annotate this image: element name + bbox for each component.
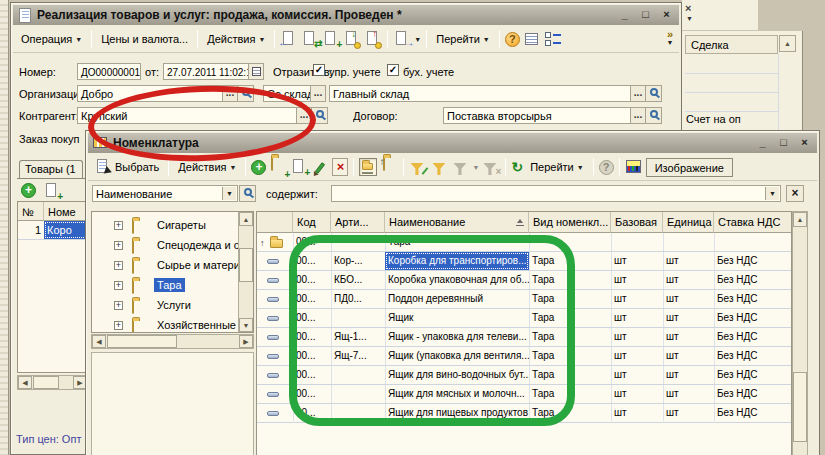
chevron-down-icon[interactable]: ▼	[765, 187, 779, 200]
filter-settings-icon[interactable]	[409, 158, 427, 176]
cell-base_unit[interactable]: шт	[611, 252, 663, 270]
select-button[interactable]: Выбрать	[92, 156, 163, 178]
prices-currency-button[interactable]: Цены и валюта...	[97, 31, 192, 47]
scroll-left-button[interactable]	[18, 376, 32, 389]
tree-item-label[interactable]: Сырье и матери	[154, 258, 240, 272]
cell-name[interactable]: Коро	[44, 221, 88, 239]
cell-base_unit[interactable]: шт	[611, 366, 663, 384]
copy-document-icon[interactable]: +	[322, 30, 340, 48]
cell-vat[interactable]: Без НДС	[714, 252, 791, 270]
help-icon[interactable]	[505, 32, 520, 47]
scroll-thumb[interactable]	[33, 376, 59, 389]
document-entries-out-icon[interactable]	[364, 30, 382, 48]
cell-vat[interactable]: Без НДС	[714, 347, 791, 365]
column-header-name[interactable]: Номе	[44, 202, 88, 221]
scroll-up-button[interactable]	[793, 212, 807, 227]
expand-icon[interactable]	[114, 221, 123, 230]
cell-vat[interactable]: Без НДС	[714, 404, 791, 422]
column-header-unit[interactable]: Единица	[663, 212, 714, 233]
close-button[interactable]: ×	[796, 136, 813, 150]
expand-icon[interactable]	[114, 241, 123, 250]
cell-unit[interactable]: шт	[663, 328, 714, 346]
deal-column-header[interactable]: Сделка	[685, 35, 778, 54]
tree-item[interactable]: Хозяйственные	[92, 316, 237, 333]
cell-vat[interactable]: Без НДС	[714, 385, 791, 403]
items-table-hscrollbar[interactable]	[17, 375, 88, 390]
goto-menu[interactable]: Перейти▼	[432, 31, 494, 47]
filter-history-icon[interactable]	[451, 158, 469, 176]
search-input[interactable]: ▼	[331, 185, 781, 202]
edit-icon[interactable]	[315, 162, 326, 174]
filter-history-dropdown-icon[interactable]: ▼	[472, 164, 479, 171]
contract-lookup-button[interactable]	[645, 107, 662, 124]
scroll-thumb[interactable]	[107, 335, 177, 348]
structure-settings-icon[interactable]	[544, 30, 562, 48]
column-header-number[interactable]: №	[18, 202, 44, 221]
column-header-kind[interactable]: Вид номенкл...	[529, 212, 611, 233]
print-dropdown-icon[interactable]: ▼	[414, 36, 421, 43]
tree-item[interactable]: Тара	[92, 276, 237, 296]
cell-unit[interactable]: шт	[663, 404, 714, 422]
tab-goods[interactable]: Товары (1	[19, 160, 83, 178]
column-header-base-unit[interactable]: Базовая	[611, 212, 663, 233]
column-header-vat[interactable]: Ставка НДС	[714, 212, 791, 233]
table-row[interactable]: 1 Коро	[18, 221, 87, 240]
column-header-article[interactable]: Арти...	[331, 212, 385, 233]
goto-menu[interactable]: Перейти▼	[526, 159, 588, 175]
document-entries-in-icon[interactable]	[343, 30, 361, 48]
cell-unit[interactable]: шт	[663, 252, 714, 270]
copy-item-icon[interactable]: +	[290, 158, 308, 176]
tree-hscrollbar[interactable]	[91, 334, 254, 349]
calendar-icon[interactable]	[248, 63, 264, 80]
scroll-down-button[interactable]	[239, 318, 253, 332]
help-icon[interactable]	[599, 160, 614, 175]
minimize-button[interactable]: _	[616, 8, 633, 22]
cell-vat[interactable]: Без НДС	[714, 271, 791, 289]
cell-base_unit[interactable]: шт	[611, 347, 663, 365]
expand-icon[interactable]	[114, 281, 123, 290]
cell-unit[interactable]: шт	[663, 366, 714, 384]
maximize-button[interactable]: □	[637, 8, 654, 22]
close-button[interactable]: ×	[658, 8, 675, 22]
column-header-code[interactable]: Код	[293, 212, 331, 233]
number-field[interactable]: ДО000000014	[77, 63, 141, 80]
delete-icon[interactable]	[332, 158, 348, 176]
cell-base_unit[interactable]: шт	[611, 309, 663, 327]
filter-lookup-button[interactable]	[239, 185, 256, 202]
toolbar-overflow[interactable]: »	[663, 29, 677, 46]
overflow-chevron[interactable]: »	[663, 29, 677, 39]
maximize-button[interactable]: □	[775, 136, 792, 150]
contract-ellipsis-button[interactable]: ...	[630, 107, 646, 124]
tree-item[interactable]: Спецодежда и с	[92, 236, 237, 256]
tree-item-label[interactable]: Сигареты	[154, 218, 209, 232]
scroll-up-button[interactable]	[239, 212, 253, 226]
datetime-field[interactable]: 27.07.2011 11:02:18	[163, 63, 249, 80]
close-icon[interactable]: ×	[685, 2, 691, 14]
clear-search-button[interactable]: ×	[786, 185, 804, 202]
cell-base_unit[interactable]: шт	[611, 328, 663, 346]
actions-menu[interactable]: Действия▼	[174, 159, 240, 175]
warehouse-field[interactable]: Главный склад	[329, 85, 631, 102]
chevron-down-icon[interactable]	[686, 15, 693, 22]
contract-field[interactable]: Поставка вторсырья	[443, 107, 631, 124]
tree-item-label[interactable]: Хозяйственные	[154, 318, 239, 332]
scroll-up-button[interactable]	[779, 35, 796, 52]
tree-vscrollbar[interactable]	[238, 212, 253, 332]
column-header-icon[interactable]	[257, 212, 293, 233]
cell-unit[interactable]: шт	[663, 271, 714, 289]
write-document-icon[interactable]	[280, 30, 298, 48]
scroll-right-button[interactable]	[239, 335, 253, 348]
table-vscrollbar[interactable]	[792, 211, 808, 455]
warehouse-mode-ellipsis-button[interactable]: ...	[310, 85, 326, 102]
cell-unit[interactable]: шт	[663, 347, 714, 365]
print-icon[interactable]	[393, 30, 411, 48]
cell-base_unit[interactable]: шт	[611, 271, 663, 289]
expand-icon[interactable]	[114, 261, 123, 270]
acc-accounting-checkbox[interactable]: ✓	[387, 64, 399, 76]
add-row-icon[interactable]	[21, 183, 36, 198]
add-item-icon[interactable]	[251, 160, 266, 175]
tree-item[interactable]: Сигареты	[92, 216, 237, 236]
chevron-down-icon[interactable]	[663, 39, 677, 46]
operation-menu[interactable]: Операция▼	[17, 31, 86, 47]
minimize-button[interactable]: _	[754, 136, 771, 150]
